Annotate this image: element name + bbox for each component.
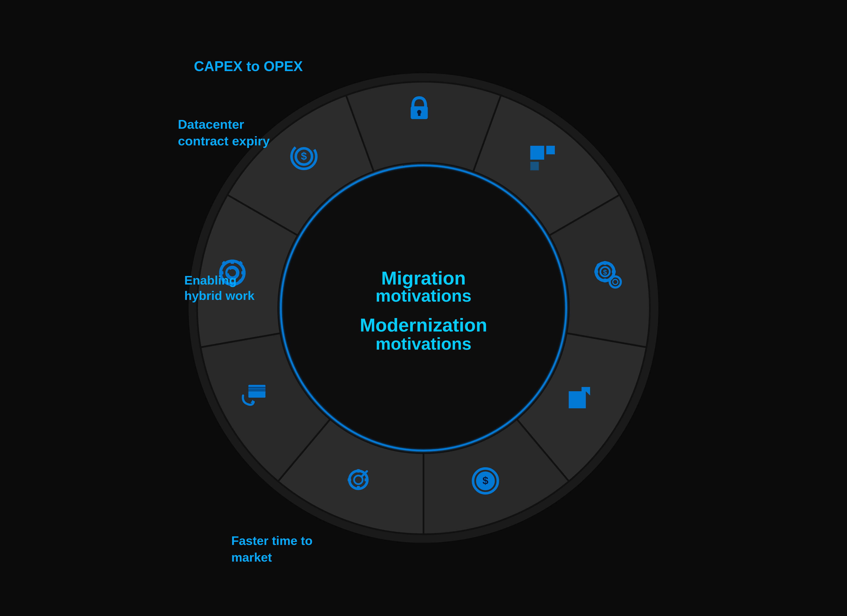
svg-rect-37 <box>248 389 266 389</box>
svg-rect-14 <box>594 270 598 273</box>
svg-rect-45 <box>241 271 246 274</box>
svg-rect-12 <box>604 261 606 265</box>
migration-subtitle: motivations <box>376 286 472 305</box>
migration-title: Migration <box>381 267 466 289</box>
svg-rect-30 <box>357 469 360 473</box>
label-datacenter-line1: Datacenter <box>178 117 244 131</box>
label-capex: CAPEX to OPEX <box>194 58 303 74</box>
svg-rect-36 <box>248 387 266 388</box>
svg-rect-38 <box>248 391 266 391</box>
svg-rect-32 <box>348 478 351 481</box>
diagram-container: Migration motivations Modernization moti… <box>167 52 680 564</box>
svg-rect-6 <box>418 112 421 116</box>
svg-rect-7 <box>530 146 544 160</box>
svg-text:$: $ <box>301 150 307 162</box>
label-faster-line1: Faster time to <box>231 533 313 547</box>
svg-rect-31 <box>357 486 360 489</box>
svg-rect-8 <box>546 146 555 154</box>
label-hybrid-line2: hybrid work <box>184 289 255 302</box>
label-faster-line2: market <box>231 550 272 564</box>
svg-rect-13 <box>604 279 606 282</box>
cost-icon: $ <box>473 469 498 493</box>
svg-rect-9 <box>530 162 539 170</box>
label-datacenter-line2: contract expiry <box>178 134 270 148</box>
modernization-subtitle: motivations <box>376 334 472 353</box>
svg-rect-33 <box>364 478 368 481</box>
label-hybrid-line1: Enabling <box>184 273 237 287</box>
svg-rect-15 <box>612 270 616 273</box>
svg-text:$: $ <box>603 268 607 276</box>
modernization-title: Modernization <box>360 314 487 336</box>
svg-text:$: $ <box>483 475 488 486</box>
svg-rect-42 <box>231 259 234 264</box>
